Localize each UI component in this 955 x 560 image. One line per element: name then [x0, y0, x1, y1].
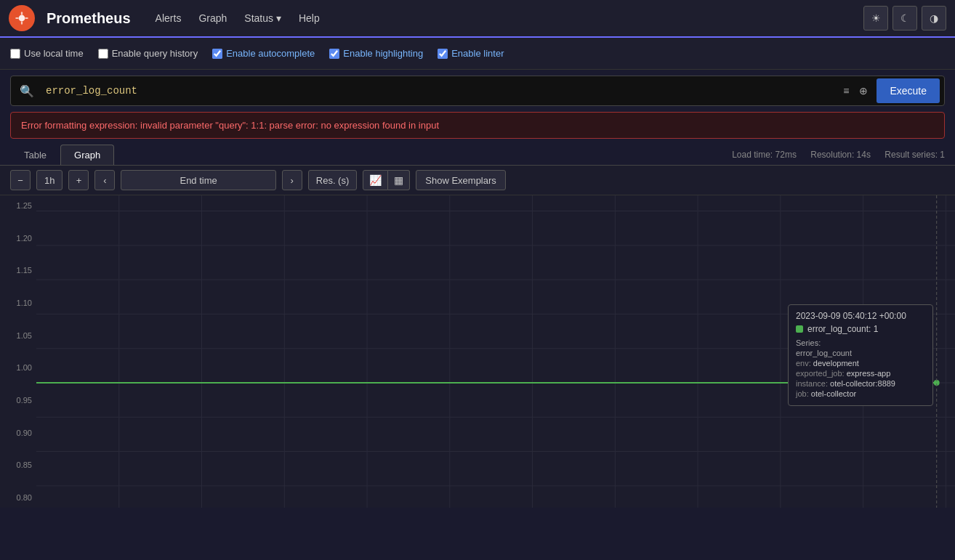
enable-query-history-label[interactable]: Enable query history: [98, 48, 198, 59]
duration-plus-btn[interactable]: +: [68, 170, 89, 190]
time-prev-btn[interactable]: ‹: [94, 170, 115, 190]
graph-controls: − 1h + ‹ End time › Res. (s) 📈 ▦ Show Ex…: [0, 165, 955, 195]
graph-area: 1.25 1.20 1.15 1.10 1.05 1.00 0.95 0.90 …: [0, 195, 955, 508]
metrics-explore-btn[interactable]: ⊕: [855, 82, 872, 100]
svg-rect-3: [21, 21, 23, 24]
chart-svg: [36, 195, 955, 508]
tab-graph[interactable]: Graph: [60, 145, 114, 165]
use-local-time-label[interactable]: Use local time: [10, 48, 84, 59]
format-btn[interactable]: ≡: [839, 82, 853, 100]
nav-graph[interactable]: Graph: [191, 8, 234, 28]
y-label-3: 1.10: [3, 299, 32, 307]
enable-autocomplete-checkbox[interactable]: [212, 49, 222, 59]
moon-icon-btn[interactable]: ☾: [892, 6, 917, 31]
svg-rect-5: [25, 17, 28, 19]
y-axis: 1.25 1.20 1.15 1.10 1.05 1.00 0.95 0.90 …: [0, 195, 36, 508]
chart-canvas: 2023-09-09 05:40:12 +00:00 error_log_cou…: [36, 195, 955, 508]
tabs: Table Graph: [10, 145, 114, 165]
contrast-icon-btn[interactable]: ◑: [922, 6, 946, 31]
y-label-4: 1.05: [3, 331, 32, 340]
nav-alerts[interactable]: Alerts: [148, 8, 189, 28]
search-actions: ≡ ⊕: [834, 82, 877, 100]
enable-autocomplete-label[interactable]: Enable autocomplete: [212, 48, 315, 59]
y-label-5: 1.00: [3, 363, 32, 372]
use-local-time-checkbox[interactable]: [10, 49, 20, 59]
y-label-2: 1.15: [3, 266, 32, 275]
error-bar: Error formatting expression: invalid par…: [10, 112, 945, 139]
y-label-0: 1.25: [3, 201, 32, 210]
y-label-9: 0.80: [3, 493, 32, 502]
brand-title: Prometheus: [47, 10, 131, 27]
app-logo: [9, 5, 35, 31]
sun-icon-btn[interactable]: ☀: [863, 6, 888, 31]
resolution: Resolution: 14s: [810, 150, 871, 160]
bar-chart-btn[interactable]: ▦: [388, 170, 410, 190]
tab-meta-row: Table Graph Load time: 72ms Resolution: …: [0, 143, 955, 165]
y-label-1: 1.20: [3, 234, 32, 243]
nav-help[interactable]: Help: [291, 8, 327, 28]
svg-rect-2: [21, 12, 23, 15]
toolbar-row: Use local time Enable query history Enab…: [0, 38, 955, 70]
enable-linter-label[interactable]: Enable linter: [438, 48, 504, 59]
theme-icons: ☀ ☾ ◑: [863, 6, 946, 31]
tab-table[interactable]: Table: [10, 145, 60, 165]
chart-type-buttons: 📈 ▦: [363, 170, 410, 190]
enable-highlighting-label[interactable]: Enable highlighting: [329, 48, 423, 59]
search-bar: 🔍 ≡ ⊕ Execute: [10, 76, 945, 106]
duration-btn[interactable]: 1h: [36, 170, 63, 190]
y-label-8: 0.85: [3, 460, 32, 469]
load-time: Load time: 72ms: [732, 150, 797, 160]
resolution-btn[interactable]: Res. (s): [308, 170, 358, 190]
nav-status[interactable]: Status: [237, 8, 289, 28]
meta-info: Load time: 72ms Resolution: 14s Result s…: [720, 150, 945, 160]
show-exemplars-btn[interactable]: Show Exemplars: [416, 170, 506, 190]
duration-minus-btn[interactable]: −: [10, 170, 31, 190]
enable-highlighting-checkbox[interactable]: [329, 49, 339, 59]
svg-point-1: [19, 15, 25, 22]
main-nav: Alerts Graph Status Help: [148, 8, 852, 28]
navbar: Prometheus Alerts Graph Status Help ☀ ☾ …: [0, 0, 955, 38]
end-time-btn[interactable]: End time: [121, 170, 275, 190]
error-message: Error formatting expression: invalid par…: [21, 120, 439, 131]
svg-rect-4: [15, 17, 18, 19]
execute-button[interactable]: Execute: [877, 78, 940, 103]
y-label-7: 0.90: [3, 429, 32, 437]
result-series: Result series: 1: [885, 150, 945, 160]
line-chart-btn[interactable]: 📈: [363, 170, 388, 190]
enable-query-history-checkbox[interactable]: [98, 49, 108, 59]
search-input[interactable]: [43, 85, 834, 97]
y-label-6: 0.95: [3, 396, 32, 405]
time-next-btn[interactable]: ›: [282, 170, 302, 190]
search-icon: 🔍: [11, 84, 43, 98]
enable-linter-checkbox[interactable]: [438, 49, 448, 59]
